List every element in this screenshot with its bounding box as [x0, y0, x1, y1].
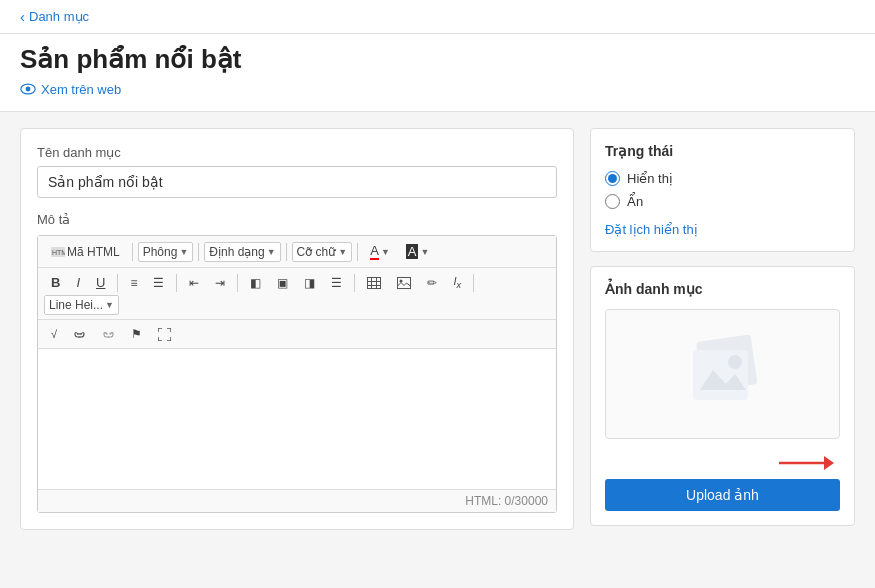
font-color-icon: A — [370, 243, 379, 260]
editor-footer: HTML: 0/30000 — [38, 489, 556, 512]
toolbar-row1: HTML Mã HTML Phông ▼ Định dạng ▼ — [38, 236, 556, 268]
link-btn[interactable] — [66, 326, 93, 342]
image-btn[interactable] — [390, 274, 418, 292]
fullscreen-btn[interactable] — [151, 325, 178, 344]
toolbar-sep-9 — [473, 274, 474, 292]
category-name-input[interactable] — [37, 166, 557, 198]
editor-body[interactable] — [38, 349, 556, 489]
breadcrumb-label: Danh mục — [29, 9, 89, 24]
special-char-btn[interactable]: √ — [44, 325, 64, 343]
font-arrow-icon: ▼ — [179, 247, 188, 257]
eye-icon — [20, 81, 36, 97]
lineheight-select-btn[interactable]: Line Hei... ▼ — [44, 295, 119, 315]
status-card: Trạng thái Hiển thị Ẩn Đặt lịch hiển thị — [590, 128, 855, 252]
italic-icon: I — [76, 275, 80, 290]
bold-btn[interactable]: B — [44, 272, 67, 293]
font-select-btn[interactable]: Phông ▼ — [138, 242, 194, 262]
flag-icon: ⚑ — [131, 327, 142, 341]
font-highlight-icon: A — [406, 244, 419, 259]
toolbar-sep-2 — [198, 243, 199, 261]
link-icon — [73, 329, 86, 339]
svg-point-1 — [26, 87, 31, 92]
status-hidden-option[interactable]: Ẩn — [605, 194, 840, 209]
arrow-container — [605, 451, 840, 475]
image-icon — [397, 277, 411, 289]
breadcrumb-bar: ‹ Danh mục — [0, 0, 875, 34]
unlink-btn[interactable] — [95, 326, 122, 342]
toolbar-sep-7 — [237, 274, 238, 292]
page-wrapper: ‹ Danh mục Sản phẩm nổi bật Xem trên web… — [0, 0, 875, 588]
underline-btn[interactable]: U — [89, 272, 112, 293]
svg-text:HTML: HTML — [52, 249, 65, 256]
toolbar-row2: B I U ≡ ☰ ⇤ ⇥ ◧ ▣ ◨ ☰ — [38, 268, 556, 320]
html-icon: HTML — [51, 247, 65, 257]
ul-icon: ≡ — [130, 276, 137, 290]
status-hidden-label: Ẩn — [627, 194, 643, 209]
fontsize-btn-label: Cỡ chữ — [297, 245, 337, 259]
pencil-btn[interactable]: ✏ — [420, 273, 444, 293]
image-upload-area — [605, 309, 840, 439]
schedule-link[interactable]: Đặt lịch hiển thị — [605, 222, 698, 237]
font-color-btn[interactable]: A ▼ — [363, 240, 397, 263]
upload-image-btn[interactable]: Upload ảnh — [605, 479, 840, 511]
toolbar-row3: √ ⚑ — [38, 320, 556, 349]
main-content: Tên danh mục Mô tả HTML Mã HTML Phông ▼ — [0, 112, 875, 546]
indent-btn[interactable]: ⇥ — [208, 273, 232, 293]
align-right-icon: ◨ — [304, 276, 315, 290]
indent-icon: ⇥ — [215, 276, 225, 290]
font-color-arrow: ▼ — [381, 247, 390, 257]
status-visible-option[interactable]: Hiển thị — [605, 171, 840, 186]
status-hidden-radio[interactable] — [605, 194, 620, 209]
format-btn-label: Định dạng — [209, 245, 264, 259]
status-radio-group: Hiển thị Ẩn — [605, 171, 840, 209]
clear-icon: Ix — [453, 275, 461, 290]
align-right-btn[interactable]: ◨ — [297, 273, 322, 293]
clear-format-btn[interactable]: Ix — [446, 272, 468, 293]
html-code-btn[interactable]: HTML Mã HTML — [44, 242, 127, 262]
outdent-icon: ⇤ — [189, 276, 199, 290]
red-arrow-icon — [774, 451, 834, 475]
ol-icon: ☰ — [153, 276, 164, 290]
view-on-web-link[interactable]: Xem trên web — [20, 81, 855, 97]
image-card: Ảnh danh mục — [590, 266, 855, 526]
ordered-list-btn[interactable]: ☰ — [146, 273, 171, 293]
italic-btn[interactable]: I — [69, 272, 87, 293]
status-visible-radio[interactable] — [605, 171, 620, 186]
unordered-list-btn[interactable]: ≡ — [123, 273, 144, 293]
view-on-web-label: Xem trên web — [41, 82, 121, 97]
flag-btn[interactable]: ⚑ — [124, 324, 149, 344]
toolbar-sep-6 — [176, 274, 177, 292]
table-btn[interactable] — [360, 274, 388, 292]
justify-btn[interactable]: ☰ — [324, 273, 349, 293]
breadcrumb-link[interactable]: ‹ Danh mục — [20, 8, 89, 25]
toolbar-sep-1 — [132, 243, 133, 261]
align-center-icon: ▣ — [277, 276, 288, 290]
align-center-btn[interactable]: ▣ — [270, 273, 295, 293]
format-select-btn[interactable]: Định dạng ▼ — [204, 242, 280, 262]
svg-rect-9 — [398, 277, 411, 288]
toolbar-sep-3 — [286, 243, 287, 261]
svg-point-15 — [728, 355, 742, 369]
outdent-btn[interactable]: ⇤ — [182, 273, 206, 293]
align-left-btn[interactable]: ◧ — [243, 273, 268, 293]
underline-icon: U — [96, 275, 105, 290]
fullscreen-icon — [158, 328, 171, 341]
description-label: Mô tả — [37, 212, 557, 227]
html-char-count: HTML: 0/30000 — [465, 494, 548, 508]
svg-rect-4 — [368, 277, 381, 288]
page-title: Sản phẩm nổi bật — [20, 44, 855, 75]
font-highlight-btn[interactable]: A ▼ — [399, 241, 437, 262]
justify-icon: ☰ — [331, 276, 342, 290]
table-icon — [367, 277, 381, 289]
font-btn-label: Phông — [143, 245, 178, 259]
lineheight-arrow: ▼ — [105, 300, 114, 310]
image-card-title: Ảnh danh mục — [605, 281, 840, 297]
special-char-icon: √ — [51, 328, 57, 340]
fontsize-arrow-icon: ▼ — [338, 247, 347, 257]
back-arrow-icon: ‹ — [20, 8, 25, 25]
fontsize-select-btn[interactable]: Cỡ chữ ▼ — [292, 242, 353, 262]
toolbar-sep-5 — [117, 274, 118, 292]
html-btn-label: Mã HTML — [67, 245, 120, 259]
category-name-label: Tên danh mục — [37, 145, 557, 160]
right-panel: Trạng thái Hiển thị Ẩn Đặt lịch hiển thị… — [590, 128, 855, 530]
